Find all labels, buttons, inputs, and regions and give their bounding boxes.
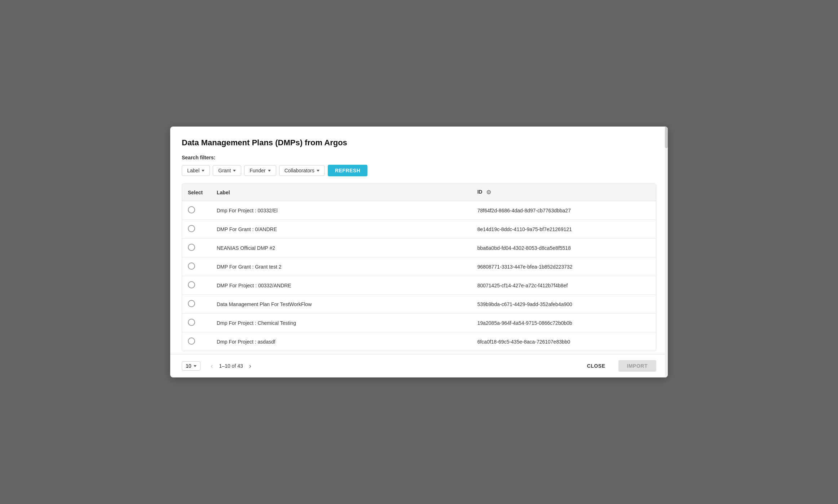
- dmp-table: Select Label ID ⚙ Dmp For Project : 0033…: [182, 184, 656, 351]
- row-label-cell: Dmp For Project : asdasdf: [211, 332, 472, 351]
- filter-collaborators-btn[interactable]: Collaborators: [279, 165, 325, 176]
- row-label-cell: DMP For Grant : Grant test 2: [211, 257, 472, 276]
- pagination-info: 1–10 of 43: [219, 363, 243, 369]
- close-button[interactable]: CLOSE: [578, 360, 614, 372]
- filters-row: Label Grant Funder Collaborators REFRESH: [182, 165, 656, 176]
- filter-grant-btn[interactable]: Grant: [213, 165, 241, 176]
- row-select-cell: [182, 220, 211, 239]
- table-row: Dmp For Project : 00332/El78f64f2d-8686-…: [182, 201, 656, 220]
- row-radio-button[interactable]: [188, 225, 195, 232]
- table-row: Dmp For Project : Chemical Testing19a208…: [182, 314, 656, 332]
- modal-title: Data Management Plans (DMPs) from Argos: [182, 138, 656, 147]
- table-row: NEANIAS Official DMP #2bba6a0bd-fd04-430…: [182, 239, 656, 257]
- row-radio-button[interactable]: [188, 319, 195, 326]
- row-label-cell: DMP For Grant : 0/ANDRE: [211, 220, 472, 239]
- col-header-label: Label: [211, 184, 472, 201]
- dmp-table-wrapper: Select Label ID ⚙ Dmp For Project : 0033…: [182, 184, 656, 351]
- import-button[interactable]: IMPORT: [618, 360, 656, 372]
- table-row: DMP For Grant : Grant test 296808771-331…: [182, 257, 656, 276]
- row-radio-button[interactable]: [188, 262, 195, 270]
- col-header-id: ID ⚙: [472, 184, 656, 201]
- pagination-left: 10 ‹ 1–10 of 43 ›: [182, 360, 256, 372]
- footer-actions: CLOSE IMPORT: [578, 360, 656, 372]
- scrollbar-track: [665, 127, 668, 377]
- table-row: Dmp For Project : asdasdf6fca0f18-69c5-4…: [182, 332, 656, 351]
- row-select-cell: [182, 276, 211, 295]
- row-id-cell: bba6a0bd-fd04-4302-8053-d8ca5e8f5518: [472, 239, 656, 257]
- gear-icon[interactable]: ⚙: [486, 189, 491, 196]
- chevron-down-icon: [194, 365, 197, 367]
- chevron-down-icon: [317, 170, 319, 172]
- row-radio-button[interactable]: [188, 281, 195, 288]
- table-row: Data Management Plan For TestWorkFlow539…: [182, 295, 656, 314]
- table-row: DMP For Grant : 0/ANDRE8e14d19c-8ddc-411…: [182, 220, 656, 239]
- modal-body: Data Management Plans (DMPs) from Argos …: [170, 127, 668, 351]
- row-label-cell: Data Management Plan For TestWorkFlow: [211, 295, 472, 314]
- filter-funder-btn[interactable]: Funder: [244, 165, 276, 176]
- row-label-cell: Dmp For Project : Chemical Testing: [211, 314, 472, 332]
- row-id-cell: 8e14d19c-8ddc-4110-9a75-bf7e21269121: [472, 220, 656, 239]
- modal-footer: 10 ‹ 1–10 of 43 › CLOSE IMPORT: [170, 354, 668, 377]
- search-filters-label: Search filters:: [182, 155, 656, 160]
- row-id-cell: 78f64f2d-8686-4dad-8d97-cb7763dbba27: [472, 201, 656, 220]
- row-radio-button[interactable]: [188, 206, 195, 213]
- row-id-cell: 19a2085a-964f-4a54-9715-0866c72b0b0b: [472, 314, 656, 332]
- row-id-cell: 6fca0f18-69c5-435e-8aca-726107e83bb0: [472, 332, 656, 351]
- col-header-select: Select: [182, 184, 211, 201]
- row-label-cell: DMP For Project : 00332/ANDRE: [211, 276, 472, 295]
- row-select-cell: [182, 314, 211, 332]
- row-select-cell: [182, 239, 211, 257]
- row-id-cell: 539b9bda-c671-4429-9add-352afeb4a900: [472, 295, 656, 314]
- row-radio-button[interactable]: [188, 244, 195, 251]
- pagination-nav: ‹ 1–10 of 43 ›: [206, 360, 256, 372]
- prev-page-button[interactable]: ‹: [206, 360, 218, 372]
- row-id-cell: 96808771-3313-447e-bfea-1b852d223732: [472, 257, 656, 276]
- row-select-cell: [182, 201, 211, 220]
- row-label-cell: NEANIAS Official DMP #2: [211, 239, 472, 257]
- chevron-down-icon: [268, 170, 271, 172]
- row-label-cell: Dmp For Project : 00332/El: [211, 201, 472, 220]
- dmp-modal: Data Management Plans (DMPs) from Argos …: [170, 127, 668, 377]
- row-select-cell: [182, 332, 211, 351]
- row-select-cell: [182, 295, 211, 314]
- next-page-button[interactable]: ›: [244, 360, 256, 372]
- chevron-down-icon: [202, 170, 204, 172]
- row-radio-button[interactable]: [188, 337, 195, 345]
- chevron-down-icon: [233, 170, 236, 172]
- row-radio-button[interactable]: [188, 300, 195, 307]
- per-page-selector[interactable]: 10: [182, 361, 200, 371]
- refresh-button[interactable]: REFRESH: [328, 165, 367, 176]
- scrollbar-thumb[interactable]: [665, 127, 668, 148]
- row-id-cell: 80071425-cf14-427e-a72c-f412b7f4b8ef: [472, 276, 656, 295]
- filter-label-btn[interactable]: Label: [182, 165, 210, 176]
- table-row: DMP For Project : 00332/ANDRE80071425-cf…: [182, 276, 656, 295]
- row-select-cell: [182, 257, 211, 276]
- table-header-row: Select Label ID ⚙: [182, 184, 656, 201]
